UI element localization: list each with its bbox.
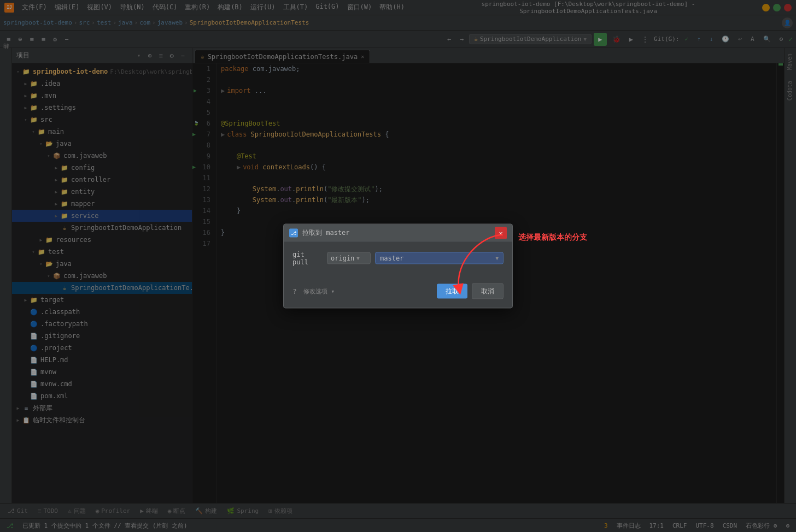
modal-close-btn[interactable]: ✕ [495, 227, 507, 239]
modal-remote-select[interactable]: origin ▼ [327, 252, 371, 264]
modal-git-pull-row: git pull origin ▼ master ▼ [292, 251, 504, 266]
modal-help-icon[interactable]: ? [292, 287, 297, 295]
modal-branch-arrow: ▼ [496, 256, 499, 261]
modal-remote-arrow: ▼ [356, 256, 359, 261]
modal-confirm-btn[interactable]: 拉取 [437, 284, 467, 299]
modal-git-icon: ⎇ [289, 228, 298, 237]
modal-footer: ? 修改选项 ▾ 拉取 取消 [284, 281, 512, 308]
modal-cancel-btn[interactable]: 取消 [472, 283, 504, 299]
modal-body: git pull origin ▼ master ▼ [284, 242, 512, 281]
modal-remote-label: origin [331, 255, 354, 262]
modal-header: ⎇ 拉取到 master ✕ [284, 224, 512, 242]
modal-options-link[interactable]: 修改选项 ▾ [303, 287, 335, 295]
modal-git-pull-label: git pull [292, 251, 323, 266]
modal-branch-label: master [380, 255, 494, 262]
modal-branch-select[interactable]: master ▼ [375, 252, 504, 264]
git-pull-modal: ⎇ 拉取到 master ✕ git pull origin ▼ master … [283, 224, 513, 309]
modal-title: 拉取到 master [302, 228, 495, 238]
